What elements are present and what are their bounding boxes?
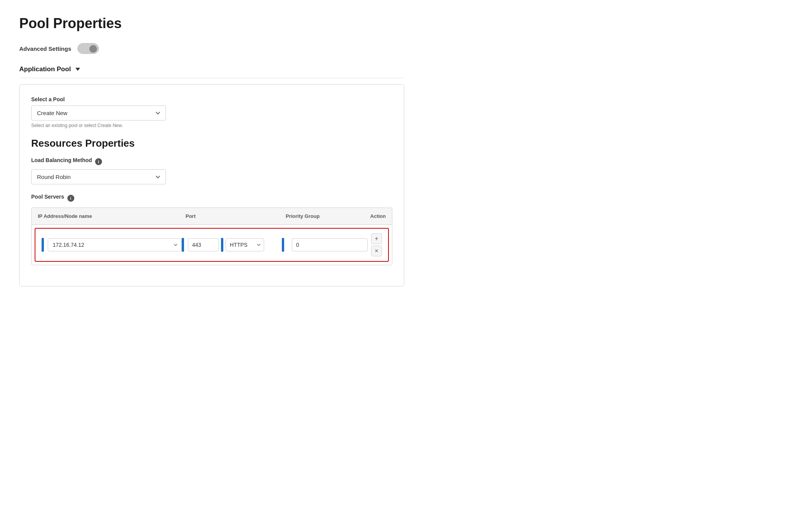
pool-servers-label: Pool Servers [31, 194, 64, 200]
pool-servers-group: Pool Servers i IP Address/Node name Port… [31, 194, 392, 265]
header-action: Action [355, 212, 386, 221]
select-pool-hint: Select an existing pool or select Create… [31, 123, 392, 128]
remove-row-button[interactable]: × [371, 246, 382, 256]
application-pool-panel: Select a Pool Create New Existing Pool 1… [19, 84, 404, 286]
load-balancing-info-icon[interactable]: i [95, 158, 102, 165]
select-pool-dropdown[interactable]: Create New Existing Pool 1 Existing Pool… [31, 105, 166, 120]
select-pool-label: Select a Pool [31, 96, 392, 102]
protocol-drag-handle [221, 238, 223, 252]
resources-properties-title: Resources Properties [31, 137, 392, 149]
table-header: IP Address/Node name Port Priority Group… [32, 208, 392, 225]
page-title: Pool Properties [19, 15, 404, 32]
header-priority: Priority Group [286, 212, 355, 221]
priority-cell [282, 238, 351, 252]
ip-cell: 172.16.74.12 [42, 238, 182, 252]
load-balancing-label-row: Load Balancing Method i [31, 157, 392, 166]
load-balancing-dropdown[interactable]: Round Robin Least Connections IP Hash [31, 169, 166, 184]
pool-servers-table: IP Address/Node name Port Priority Group… [31, 207, 392, 265]
ip-address-dropdown[interactable]: 172.16.74.12 [48, 238, 182, 251]
port-drag-handle [182, 238, 184, 252]
application-pool-chevron-icon [75, 68, 80, 71]
pool-servers-info-icon[interactable]: i [67, 195, 74, 202]
load-balancing-group: Load Balancing Method i Round Robin Leas… [31, 157, 392, 184]
application-pool-section-header[interactable]: Application Pool [19, 65, 404, 78]
select-pool-group: Select a Pool Create New Existing Pool 1… [31, 96, 392, 128]
ip-drag-handle [42, 238, 44, 252]
port-input[interactable] [188, 238, 219, 251]
header-ip: IP Address/Node name [38, 212, 186, 221]
priority-drag-handle [282, 238, 284, 252]
protocol-dropdown[interactable]: HTTPS HTTP TCP [226, 238, 264, 251]
load-balancing-label: Load Balancing Method [31, 157, 92, 163]
table-row: 172.16.74.12 HTTPS HTTP TCP [35, 228, 389, 262]
application-pool-label: Application Pool [19, 65, 71, 73]
add-row-button[interactable]: + [371, 233, 382, 244]
header-port: Port [186, 212, 286, 221]
advanced-settings-label: Advanced Settings [19, 45, 71, 52]
port-cell: HTTPS HTTP TCP [182, 238, 282, 252]
advanced-settings-row: Advanced Settings [19, 43, 404, 54]
pool-servers-label-row: Pool Servers i [31, 194, 392, 203]
action-cell: + × [351, 233, 382, 256]
advanced-settings-toggle[interactable] [77, 43, 99, 54]
